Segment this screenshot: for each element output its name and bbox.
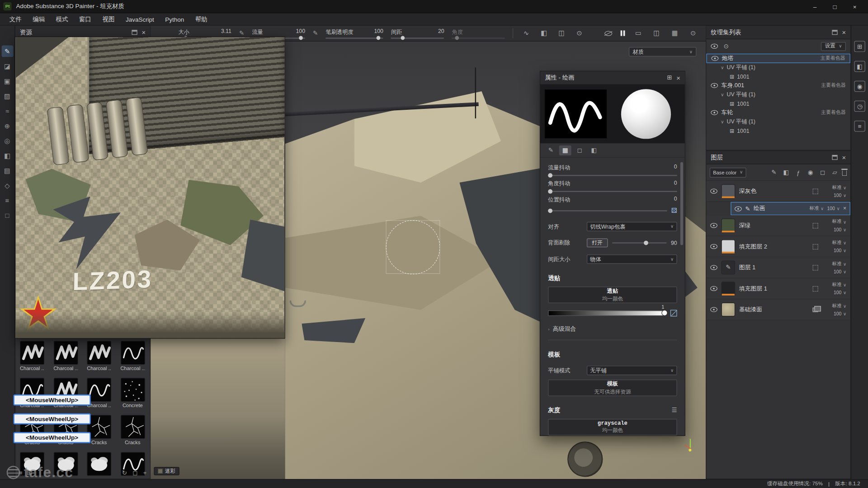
layer-row[interactable]: 基础漆面 标准∨ 100∨ bbox=[706, 299, 850, 320]
gradient-handle[interactable] bbox=[661, 310, 667, 316]
render-mode-icon[interactable]: ▦ bbox=[670, 29, 680, 37]
hide-ui-icon[interactable] bbox=[604, 31, 612, 36]
size-space-dropdown[interactable]: 物体 ∨ bbox=[587, 254, 677, 264]
brush-asset[interactable]: Concrete bbox=[120, 378, 145, 408]
add-paint-layer-icon[interactable]: ✎ bbox=[769, 169, 778, 176]
eye-icon[interactable] bbox=[711, 83, 718, 88]
layer-row[interactable]: 深灰色 标准∨ 100∨ bbox=[706, 181, 850, 202]
geometry-tool-icon[interactable]: ◇ bbox=[1, 180, 13, 192]
menu-javascript[interactable]: JavaScript bbox=[121, 14, 159, 23]
layer-row[interactable]: ✎ 图层 1 标准∨ 100∨ bbox=[706, 257, 850, 278]
close-panel-icon[interactable]: × bbox=[142, 29, 146, 36]
eye-icon[interactable] bbox=[735, 206, 742, 211]
tiling-mode-dropdown[interactable]: 无平铺 ∨ bbox=[587, 366, 677, 375]
mask-placeholder[interactable] bbox=[813, 265, 818, 270]
menu-help[interactable]: 帮助 bbox=[190, 14, 212, 24]
alpha-resource-button[interactable]: 透贴 均一颜色 bbox=[548, 286, 677, 303]
mask-tool-icon[interactable]: ◧ bbox=[1, 150, 13, 162]
brush-asset[interactable]: Cracks bbox=[120, 415, 145, 445]
close-panel-icon[interactable]: × bbox=[842, 29, 846, 36]
stroke-opacity-icon[interactable]: ∿ bbox=[521, 29, 531, 37]
pen-pressure-flow-icon[interactable]: ✎ bbox=[313, 30, 318, 37]
grid-layout-icon[interactable]: ⊞ bbox=[667, 74, 672, 81]
uv-tile-group[interactable]: ∨UV 平铺 (1) bbox=[706, 117, 850, 127]
tab-material-icon[interactable]: ◧ bbox=[588, 145, 600, 155]
opacity-dropdown[interactable]: 100∨ bbox=[834, 311, 846, 316]
eye-icon[interactable] bbox=[711, 56, 718, 61]
menu-edit[interactable]: 编辑 bbox=[28, 14, 50, 24]
layer-row[interactable]: 填充图层 2 标准∨ 100∨ bbox=[706, 236, 850, 258]
texture-set-row[interactable]: 炮塔 主要着色器 bbox=[706, 54, 850, 63]
single-view-icon[interactable]: ▭ bbox=[633, 29, 643, 37]
blend-mode-dropdown[interactable]: 标准∨ bbox=[832, 219, 847, 225]
projection-mode-icon[interactable]: ◫ bbox=[557, 29, 566, 37]
eye-icon[interactable] bbox=[710, 244, 717, 249]
menu-mode[interactable]: 模式 bbox=[51, 14, 73, 24]
layer-thumbnail[interactable] bbox=[722, 239, 736, 253]
add-fill-layer-icon[interactable]: ◧ bbox=[782, 169, 791, 176]
brush-opacity-control[interactable]: 笔刷透明度100 bbox=[326, 28, 383, 38]
flow-jitter-slider[interactable] bbox=[548, 175, 677, 176]
menu-python[interactable]: Python bbox=[160, 14, 189, 23]
material-picker-tool-icon[interactable]: ◎ bbox=[1, 135, 13, 147]
smudge-tool-icon[interactable]: ≈ bbox=[1, 105, 13, 117]
blend-mode-dropdown[interactable]: 标准∨ bbox=[832, 239, 847, 246]
dock-panel-icon[interactable] bbox=[132, 30, 137, 35]
opacity-dropdown[interactable]: 100∨ bbox=[834, 269, 846, 274]
material-sphere-preview[interactable] bbox=[621, 89, 670, 139]
layer-row[interactable]: 填充图层 1 标准∨ 100∨ bbox=[706, 278, 850, 300]
maximize-button[interactable]: □ bbox=[825, 0, 844, 13]
udim-tile[interactable]: ⊞1001 bbox=[706, 126, 850, 135]
add-folder-icon[interactable]: ▱ bbox=[830, 169, 840, 176]
display-settings-icon[interactable]: ◧ bbox=[854, 61, 865, 72]
tab-alpha-icon[interactable]: ▦ bbox=[559, 145, 571, 155]
backface-toggle-button[interactable]: 打开 bbox=[587, 239, 608, 248]
add-mask-icon[interactable]: ◻ bbox=[818, 169, 827, 176]
udim-tile[interactable]: ⊞1001 bbox=[706, 99, 850, 108]
uv-tile-group[interactable]: ∨UV 平铺 (1) bbox=[706, 63, 850, 72]
texture-set-settings-dropdown[interactable]: 设置 ∨ bbox=[821, 42, 846, 51]
brush-asset[interactable]: Charcoal ... bbox=[87, 341, 111, 371]
layer-thumbnail[interactable] bbox=[722, 184, 736, 198]
properties-panel-header[interactable]: 属性 - 绘画 ⊞ × bbox=[540, 71, 685, 84]
minimize-button[interactable]: – bbox=[805, 0, 825, 13]
eye-icon[interactable] bbox=[710, 223, 717, 228]
add-asset-icon[interactable]: + bbox=[143, 469, 147, 476]
dock-panel-icon[interactable] bbox=[832, 155, 837, 160]
brush-spacing-control[interactable]: 间距20 bbox=[391, 28, 444, 38]
spacing-slider[interactable] bbox=[391, 38, 444, 38]
dock-panel-icon[interactable] bbox=[832, 30, 837, 35]
opacity-slider[interactable] bbox=[326, 38, 383, 38]
opacity-dropdown[interactable]: 100∨ bbox=[834, 290, 846, 296]
blend-mode-dropdown[interactable]: 标准∨ bbox=[832, 261, 847, 267]
paint-tool-icon[interactable]: ✎ bbox=[1, 45, 13, 57]
lazy-mouse-icon[interactable]: ⊙ bbox=[574, 29, 584, 37]
udim-tile[interactable]: ⊞1001 bbox=[706, 72, 850, 81]
remove-effect-icon[interactable]: × bbox=[843, 206, 846, 211]
angle-jitter-slider[interactable] bbox=[548, 191, 677, 192]
gradient-edit-icon[interactable] bbox=[670, 310, 677, 317]
mask-placeholder[interactable] bbox=[813, 188, 818, 194]
frame-tool-icon[interactable]: □ bbox=[1, 210, 13, 221]
viewer-settings-icon[interactable]: ◉ bbox=[854, 81, 865, 92]
refresh-assets-icon[interactable]: ↻ bbox=[122, 469, 127, 476]
visibility-filter-icon[interactable] bbox=[711, 44, 718, 49]
randomize-dice-icon[interactable]: ⚄ bbox=[671, 207, 677, 215]
properties-scrollbar[interactable] bbox=[680, 162, 683, 245]
blend-mode-dropdown[interactable]: 标准∨ bbox=[832, 184, 847, 191]
menu-view[interactable]: 视图 bbox=[98, 14, 120, 24]
brush-asset[interactable]: Charcoal ... bbox=[20, 341, 44, 371]
layers-panel-header[interactable]: 图层 × bbox=[706, 151, 850, 164]
blend-mode-dropdown[interactable]: 标准∨ bbox=[832, 303, 847, 310]
brush-asset[interactable]: Charcoal ... bbox=[53, 341, 78, 371]
stencil-resource-button[interactable]: 模板 无可供选择资源 bbox=[548, 380, 677, 396]
eye-icon[interactable] bbox=[710, 286, 717, 291]
texture-set-row[interactable]: 车身.001 主要着色器 bbox=[706, 81, 850, 90]
target-filter-icon[interactable]: ⊙ bbox=[723, 42, 728, 50]
symmetry-icon[interactable]: ◧ bbox=[539, 29, 549, 37]
frame-assets-icon[interactable]: ◻ bbox=[132, 469, 137, 476]
brush-stroke-preview[interactable] bbox=[545, 89, 607, 138]
backface-slider[interactable] bbox=[612, 242, 666, 243]
layer-row[interactable]: 深绿 标准∨ 100∨ bbox=[706, 215, 850, 236]
layer-thumbnail[interactable]: ✎ bbox=[722, 261, 736, 275]
